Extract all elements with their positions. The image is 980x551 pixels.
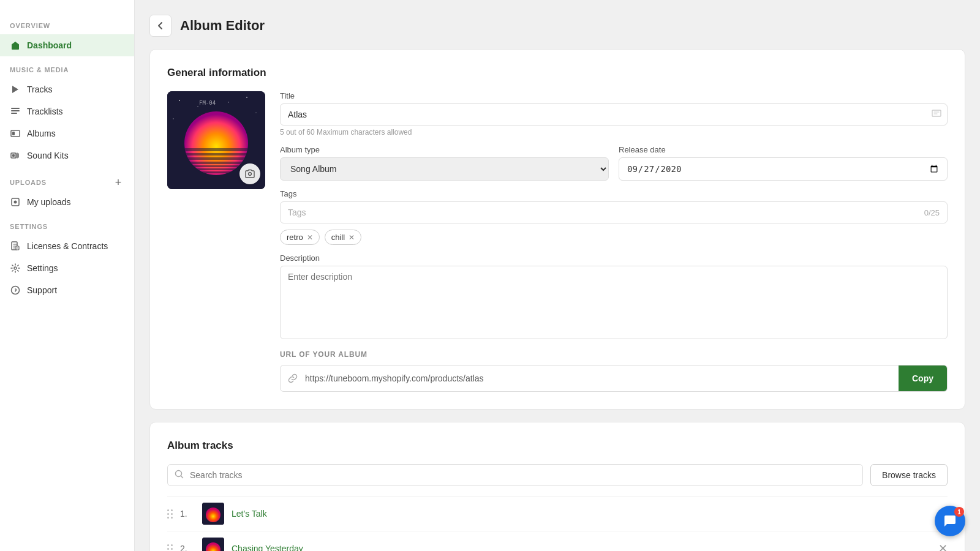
back-button[interactable] bbox=[149, 15, 172, 37]
tracks-search-row: Browse tracks bbox=[167, 464, 948, 486]
track-title[interactable]: Chasing Yesterday bbox=[232, 544, 931, 551]
page-header: Album Editor bbox=[149, 15, 965, 37]
sidebar-item-tracklists[interactable]: Tracklists bbox=[0, 100, 134, 122]
svg-point-12 bbox=[14, 267, 17, 269]
drag-handle[interactable] bbox=[167, 509, 173, 519]
svg-point-17 bbox=[246, 97, 247, 98]
settings-icon bbox=[10, 263, 21, 274]
support-icon bbox=[10, 285, 21, 296]
page-title: Album Editor bbox=[180, 18, 265, 34]
sidebar-item-settings[interactable]: Settings bbox=[0, 257, 134, 279]
tags-counter: 0/25 bbox=[924, 208, 940, 217]
uploads-section-label: UPLOADS bbox=[10, 179, 47, 186]
svg-rect-2 bbox=[11, 110, 20, 111]
title-label: Title bbox=[280, 91, 948, 100]
uploads-section-row: UPLOADS + bbox=[0, 176, 134, 189]
my-uploads-label: My uploads bbox=[27, 197, 71, 207]
album-tracks-title: Album tracks bbox=[167, 440, 948, 452]
track-number: 1. bbox=[180, 509, 195, 519]
sidebar-item-licenses[interactable]: Licenses & Contracts bbox=[0, 235, 134, 257]
albums-label: Albums bbox=[27, 129, 56, 138]
svg-rect-1 bbox=[11, 108, 20, 109]
tracks-label: Tracks bbox=[27, 84, 52, 94]
home-icon bbox=[10, 40, 21, 51]
tags-area[interactable]: Tags 0/25 bbox=[280, 201, 948, 223]
tag-chip-retro: retro ✕ bbox=[280, 230, 320, 245]
tracklists-label: Tracklists bbox=[27, 107, 63, 116]
change-album-art-button[interactable] bbox=[239, 163, 260, 184]
licenses-label: Licenses & Contracts bbox=[27, 241, 108, 251]
title-hint: 5 out of 60 Maximum characters allowed bbox=[280, 128, 948, 137]
tags-field-group: Tags Tags 0/25 retro ✕ chill ✕ bbox=[280, 189, 948, 245]
licenses-icon bbox=[10, 241, 21, 252]
sidebar-item-sound-kits[interactable]: Sound Kits bbox=[0, 144, 134, 167]
track-row: 2. Chasing Yesterday ✕ bbox=[167, 531, 948, 551]
svg-rect-7 bbox=[12, 154, 15, 157]
title-field-group: Title 5 out of 60 Maximum characters all… bbox=[280, 91, 948, 137]
description-input[interactable] bbox=[280, 266, 948, 339]
svg-point-15 bbox=[179, 100, 180, 101]
tag-remove-retro[interactable]: ✕ bbox=[307, 233, 313, 242]
copy-url-button[interactable]: Copy bbox=[899, 365, 947, 391]
general-info-title: General information bbox=[167, 67, 948, 79]
chat-bubble-button[interactable]: 1 bbox=[935, 506, 965, 536]
sidebar-item-dashboard[interactable]: Dashboard bbox=[0, 34, 134, 56]
track-title[interactable]: Let's Talk bbox=[232, 509, 931, 519]
album-url: https://tuneboom.myshopify.com/products/… bbox=[305, 373, 899, 383]
title-input[interactable] bbox=[280, 103, 948, 126]
info-fields: Title 5 out of 60 Maximum characters all… bbox=[280, 91, 948, 392]
tags-label: Tags bbox=[280, 189, 948, 198]
svg-point-9 bbox=[14, 201, 17, 204]
album-type-label: Album type bbox=[280, 145, 609, 154]
overview-section-label: OVERVIEW bbox=[0, 22, 134, 34]
tag-label: retro bbox=[287, 233, 303, 242]
type-date-row: Album type Song Album EP Single Mixtape … bbox=[280, 145, 948, 181]
tags-list: retro ✕ chill ✕ bbox=[280, 230, 948, 245]
url-field: https://tuneboom.myshopify.com/products/… bbox=[280, 365, 948, 392]
svg-point-35 bbox=[206, 508, 221, 522]
svg-point-13 bbox=[12, 287, 20, 294]
add-upload-button[interactable]: + bbox=[112, 176, 124, 189]
general-info-layout: FM-04 Title bbox=[167, 91, 948, 392]
general-info-card: General information bbox=[149, 49, 965, 410]
album-tracks-card: Album tracks Browse tracks 1. bbox=[149, 422, 965, 551]
tag-remove-chill[interactable]: ✕ bbox=[349, 233, 355, 242]
description-field-group: Description bbox=[280, 253, 948, 342]
release-date-input[interactable] bbox=[619, 157, 948, 181]
tracklists-icon bbox=[10, 106, 21, 117]
track-number: 2. bbox=[180, 544, 195, 551]
remove-track-button[interactable]: ✕ bbox=[938, 542, 948, 551]
svg-marker-0 bbox=[12, 86, 18, 93]
url-section-label: URL OF YOUR ALBUM bbox=[280, 350, 948, 359]
sound-kits-icon bbox=[10, 150, 21, 161]
browse-tracks-button[interactable]: Browse tracks bbox=[870, 464, 948, 486]
svg-point-20 bbox=[228, 102, 228, 102]
tag-chip-chill: chill ✕ bbox=[325, 230, 361, 245]
sidebar-item-support[interactable]: Support bbox=[0, 279, 134, 301]
support-label: Support bbox=[27, 285, 57, 295]
album-type-select[interactable]: Song Album EP Single Mixtape bbox=[280, 157, 609, 181]
sound-kits-label: Sound Kits bbox=[27, 151, 69, 160]
release-date-field-group: Release date bbox=[619, 145, 948, 181]
svg-rect-5 bbox=[12, 132, 15, 135]
release-date-label: Release date bbox=[619, 145, 948, 154]
title-input-wrapper bbox=[280, 103, 948, 126]
tracks-search-input[interactable] bbox=[167, 464, 863, 486]
dashboard-label: Dashboard bbox=[27, 40, 72, 50]
title-field-icon bbox=[932, 108, 941, 121]
album-art-wrapper: FM-04 bbox=[167, 91, 265, 189]
svg-rect-25 bbox=[184, 157, 248, 160]
sidebar: OVERVIEW Dashboard MUSIC & MEDIA Tracks … bbox=[0, 0, 135, 551]
chat-notification-badge: 1 bbox=[954, 507, 964, 517]
drag-handle[interactable] bbox=[167, 544, 173, 552]
svg-rect-32 bbox=[932, 110, 941, 116]
sidebar-item-my-uploads[interactable]: My uploads bbox=[0, 191, 134, 213]
sidebar-item-albums[interactable]: Albums bbox=[0, 122, 134, 144]
track-thumbnail bbox=[202, 538, 224, 551]
tracks-icon bbox=[10, 84, 21, 95]
search-input-wrapper bbox=[167, 464, 863, 486]
sidebar-item-tracks[interactable]: Tracks bbox=[0, 78, 134, 100]
track-thumbnail bbox=[202, 503, 224, 525]
svg-rect-26 bbox=[184, 162, 248, 164]
track-row: 1. Let's Talk ✕ bbox=[167, 496, 948, 531]
